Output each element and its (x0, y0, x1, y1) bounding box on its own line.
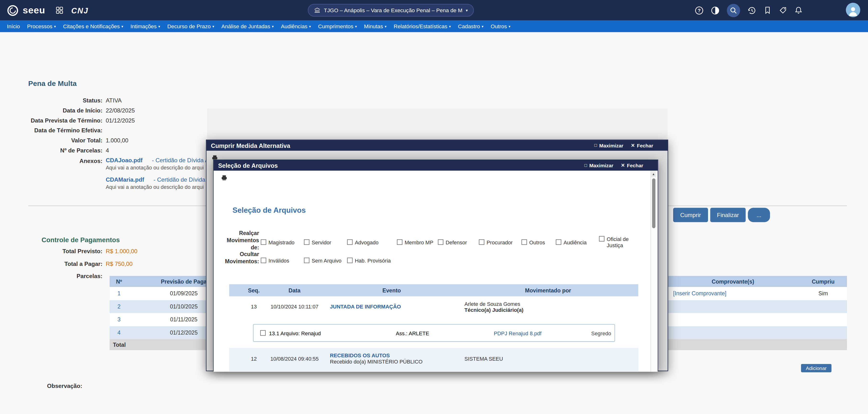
checkbox[interactable] (599, 236, 604, 241)
field-parcelas: Nº de Parcelas: 4 (11, 147, 109, 153)
chevron-down-icon: ▾ (121, 24, 123, 29)
checkbox[interactable] (304, 239, 309, 245)
maximize-button[interactable]: □ Maximizar (584, 162, 613, 168)
contrast-icon[interactable] (711, 6, 720, 14)
menu-cadastro[interactable]: Cadastro▾ (454, 21, 487, 32)
pagamentos-title: Controle de Pagamentos (41, 236, 120, 244)
menu-outros[interactable]: Outros▾ (487, 21, 514, 32)
observacao-label: Observação: (47, 382, 82, 389)
filter-invalidos: Inválidos (261, 258, 289, 264)
menu-cumprimentos[interactable]: Cumprimentos▾ (314, 21, 360, 32)
moved-by-name: SISTEMA SEEU (458, 348, 639, 372)
finalizar-button[interactable]: Finalizar (710, 208, 746, 222)
inserir-comprovante-link[interactable]: [Inserir Comprovante] (673, 291, 726, 296)
dialog-title-bar[interactable]: Seleção de Arquivos □ Maximizar × Fechar (214, 160, 658, 171)
svg-text:?: ? (698, 7, 701, 13)
adicionar-button[interactable]: Adicionar (801, 364, 831, 372)
app-root: seeu CNJ TJGO – Anápolis – Vara de Execu… (0, 0, 868, 414)
checkbox[interactable] (261, 258, 266, 263)
dialog-body: Seleção de Arquivos Realçar Movimentos d… (214, 171, 658, 372)
parcela-number-link[interactable]: 4 (117, 329, 121, 335)
main-menu: Início Processos▾ Citações e Notificaçõe… (0, 21, 868, 32)
menu-citacoes[interactable]: Citações e Notificações▾ (60, 21, 127, 32)
bookmark-icon[interactable] (763, 6, 772, 14)
chevron-down-icon: ▾ (466, 8, 468, 13)
more-actions-button[interactable]: ... (748, 208, 770, 222)
menu-minutas[interactable]: Minutas▾ (360, 21, 390, 32)
menu-inicio[interactable]: Início (3, 21, 24, 32)
moved-by-role: Técnico(a) Judiciário(a) (464, 307, 638, 313)
chevron-down-icon: ▾ (272, 24, 274, 29)
movement-attachment-area: 13.1 Arquivo: Renajud Ass.: ARLETE PDPJ … (229, 322, 638, 348)
dialog-title-bar[interactable]: Cumprir Medida Alternativa □ Maximizar ×… (207, 140, 668, 151)
checkbox[interactable] (438, 239, 443, 245)
scroll-up-icon[interactable]: ▲ (651, 171, 656, 177)
close-button[interactable]: × Fechar (631, 143, 653, 148)
menu-decurso[interactable]: Decurso de Prazo▾ (164, 21, 218, 32)
attachment-secrecy: Segredo (591, 330, 611, 336)
menu-processos[interactable]: Processos▾ (24, 21, 60, 32)
cumprir-button[interactable]: Cumprir (673, 208, 708, 222)
checkbox[interactable] (261, 239, 266, 245)
event-link[interactable]: JUNTADA DE INFORMAÇÃO (330, 304, 401, 310)
filter-membro-mp: Membro MP (397, 239, 433, 245)
checkbox[interactable] (479, 239, 485, 245)
cnj-logo[interactable]: CNJ (71, 6, 89, 14)
attachment-desc-link[interactable]: - Certidão de Dívida Ativ (152, 157, 215, 164)
user-avatar[interactable] (846, 3, 860, 17)
parcela-number-link[interactable]: 2 (117, 303, 121, 309)
field-data-inicio: Data de Início: 22/08/2025 (11, 107, 135, 114)
scrollbar[interactable]: ▲ (650, 171, 656, 372)
tag-icon[interactable] (779, 6, 787, 14)
filter-magistrado: Magistrado (261, 239, 294, 245)
partner-logos: CNJ (55, 6, 89, 14)
checkbox[interactable] (522, 239, 527, 245)
court-selector-label: TJGO – Anápolis – Vara de Execução Penal… (324, 7, 462, 13)
attachment-row: 13.1 Arquivo: Renajud Ass.: ARLETE PDPJ … (253, 324, 615, 342)
total-previsto-row: Total Previsto: R$ 1.000,00 (11, 248, 137, 255)
brand-name: seeu (23, 5, 45, 16)
event-link[interactable]: RECEBIDOS OS AUTOS (330, 352, 390, 358)
pdpj-icon[interactable] (55, 6, 64, 14)
attachment-label: 13.1 Arquivo: Renajud (269, 330, 321, 336)
movements-table-header: Seq. Data Evento Movimentado por (229, 284, 638, 296)
parcela-number-link[interactable]: 1 (117, 291, 121, 296)
checkbox[interactable] (347, 258, 353, 263)
menu-intimacoes[interactable]: Intimações▾ (127, 21, 163, 32)
attachment-file-link[interactable]: CDAMaria.pdf (106, 176, 144, 183)
seeu-brand[interactable]: seeu (0, 4, 45, 16)
court-selector[interactable]: TJGO – Anápolis – Vara de Execução Penal… (308, 4, 474, 17)
menu-audiencias[interactable]: Audiências▾ (277, 21, 315, 32)
dialog-body-icon (221, 173, 227, 183)
movements-table: Seq. Data Evento Movimentado por 13 10/1… (229, 284, 638, 372)
attachment-checkbox[interactable] (260, 330, 266, 336)
parcela-number-link[interactable]: 3 (117, 316, 121, 322)
help-icon[interactable]: ? (695, 6, 704, 14)
attachment-2: CDAMaria.pdf - Certidão de Dívida Ati (106, 176, 213, 183)
checkbox[interactable] (397, 239, 402, 245)
checkbox[interactable] (556, 239, 561, 245)
field-data-prevista: Data Prevista de Término: 01/12/2025 (11, 117, 135, 123)
close-icon: × (621, 163, 625, 168)
dialog-title: Cumprir Medida Alternativa (211, 142, 290, 149)
filter-procurador: Procurador (479, 239, 513, 245)
filter-defensor: Defensor (438, 239, 467, 245)
page-title: Pena de Multa (28, 79, 76, 88)
scrollbar-thumb[interactable] (652, 178, 655, 228)
filter-sem-arquivo: Sem Arquivo (304, 258, 341, 264)
anexos-label: Anexos: (11, 157, 102, 164)
menu-analise-juntadas[interactable]: Análise de Juntadas▾ (218, 21, 277, 32)
close-button[interactable]: × Fechar (621, 162, 643, 168)
search-icon[interactable] (727, 4, 740, 17)
menu-relatorios[interactable]: Relatórios/Estatísticas▾ (390, 21, 454, 32)
attachment-file-link[interactable]: PDPJ Renajud 8.pdf (494, 330, 541, 336)
maximize-button[interactable]: □ Maximizar (594, 143, 623, 148)
court-building-icon (314, 7, 321, 13)
bell-icon[interactable] (794, 6, 803, 14)
history-icon[interactable] (747, 6, 756, 14)
checkbox[interactable] (304, 258, 309, 263)
attachment-desc-link[interactable]: - Certidão de Dívida Ati (154, 176, 213, 183)
attachment-file-link[interactable]: CDAJoao.pdf (106, 157, 143, 164)
checkbox[interactable] (347, 239, 353, 245)
dialog-title: Seleção de Arquivos (218, 162, 278, 169)
